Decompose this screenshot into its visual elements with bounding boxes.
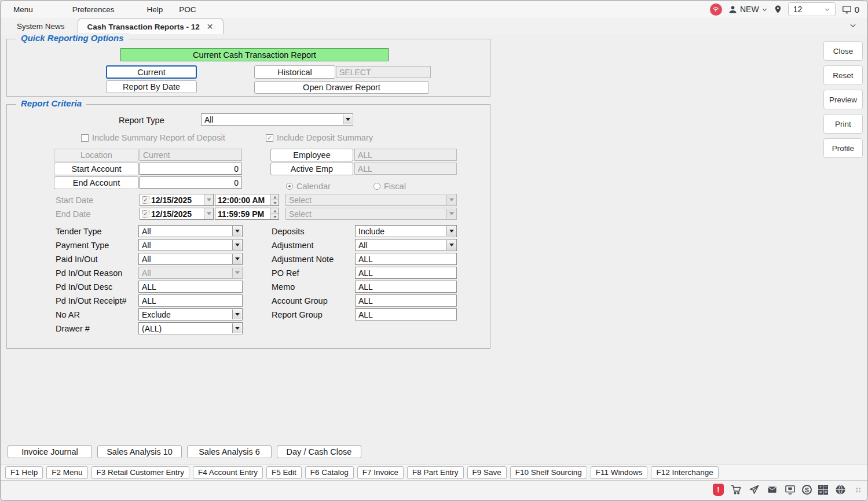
s-app-icon[interactable]: S (802, 485, 812, 495)
pd-in-out-receipt-field[interactable]: ALL (138, 294, 243, 307)
employee-button[interactable]: Employee (270, 149, 353, 161)
adjustment-note-field[interactable]: ALL (355, 253, 457, 265)
adjustment-select[interactable]: All (355, 239, 457, 251)
location-pin-icon[interactable] (774, 4, 782, 14)
f3-retail-customer-entry-button[interactable]: F3 Retail Customer Entry (91, 466, 190, 479)
paid-in-out-select[interactable]: All (138, 253, 243, 265)
tender-type-select[interactable]: All (138, 225, 243, 237)
report-by-date-button[interactable]: Report By Date (106, 80, 197, 93)
f8-part-entry-button[interactable]: F8 Part Entry (407, 466, 464, 479)
sales-analysis-10-button[interactable]: Sales Analysis 10 (97, 445, 182, 458)
display-counter[interactable]: 0 (841, 5, 859, 14)
globe-icon[interactable] (834, 484, 846, 496)
remote-desktop-icon[interactable] (784, 484, 796, 496)
offline-status-icon[interactable] (710, 3, 722, 16)
topbar-right-cluster: NEW 12 0 (710, 1, 859, 18)
chevron-down-icon (232, 323, 241, 333)
deposits-value: Include (358, 227, 384, 236)
report-type-select[interactable]: All (201, 113, 353, 126)
calendar-radio[interactable]: Calendar (286, 182, 331, 191)
end-date-value: 12/15/2025 (151, 209, 204, 219)
tab-cash-transaction-reports[interactable]: Cash Transaction Reports - 12 ✕ (78, 19, 224, 34)
invoice-journal-button[interactable]: Invoice Journal (8, 445, 92, 458)
resize-grip[interactable] (856, 488, 862, 492)
station-select[interactable]: 12 (788, 2, 836, 16)
report-mode-banner: Current Cash Transaction Report (120, 48, 389, 61)
f11-windows-button[interactable]: F11 Windows (591, 466, 648, 479)
checkbox-checked-icon: ✓ (142, 196, 149, 204)
menu-item-help[interactable]: Help (139, 5, 171, 14)
end-account-field[interactable]: 0 (140, 176, 242, 189)
start-date-picker[interactable]: ✓ 12/15/2025 (140, 194, 214, 206)
employee-field: ALL (354, 149, 457, 161)
menu-bar: Menu Preferences Help POC NEW (1, 1, 867, 18)
menu-item-menu[interactable]: Menu (1, 5, 41, 14)
time-spinner[interactable] (270, 194, 279, 205)
open-drawer-report-button[interactable]: Open Drawer Report (254, 81, 429, 94)
print-button[interactable]: Print (823, 114, 863, 134)
menu-item-preferences[interactable]: Preferences (64, 5, 123, 14)
end-date-picker[interactable]: ✓ 12/15/2025 (140, 208, 214, 220)
send-icon[interactable] (748, 484, 760, 496)
pd-in-out-reason-value: All (142, 268, 151, 278)
end-account-button[interactable]: End Account (54, 176, 139, 189)
memo-field[interactable]: ALL (355, 281, 457, 293)
payment-type-select[interactable]: All (138, 239, 243, 251)
f9-save-button[interactable]: F9 Save (467, 466, 507, 479)
sales-analysis-6-button[interactable]: Sales Analysis 6 (187, 445, 272, 458)
close-icon[interactable]: ✕ (207, 22, 214, 31)
time-spinner[interactable] (270, 208, 279, 219)
cart-icon[interactable] (730, 484, 742, 496)
display-count-value: 0 (855, 5, 859, 14)
end-time-value: 11:59:59 PM (215, 209, 270, 219)
start-account-field[interactable]: 0 (140, 163, 242, 175)
station-value: 12 (793, 5, 803, 14)
po-ref-field[interactable]: ALL (355, 267, 457, 279)
f12-interchange-button[interactable]: F12 Interchange (651, 466, 718, 479)
current-button[interactable]: Current (106, 65, 197, 79)
f2-menu-button[interactable]: F2 Menu (46, 466, 87, 479)
report-group-field[interactable]: ALL (355, 308, 457, 321)
chevron-down-icon (824, 6, 830, 13)
user-menu[interactable]: NEW (728, 5, 768, 14)
calculator-icon[interactable]: +−×= (818, 485, 828, 495)
mail-icon[interactable] (766, 484, 778, 496)
tab-overflow-chevron-icon[interactable] (849, 21, 857, 30)
no-ar-select[interactable]: Exclude (138, 308, 243, 321)
chevron-down-icon (446, 209, 456, 219)
f10-shelf-sourcing-button[interactable]: F10 Shelf Sourcing (510, 466, 587, 479)
radio-unselected-icon (373, 183, 380, 190)
close-button[interactable]: Close (823, 41, 863, 61)
chevron-down-icon (232, 310, 241, 319)
account-group-field[interactable]: ALL (355, 294, 457, 307)
day-cash-close-button[interactable]: Day / Cash Close (277, 445, 361, 458)
f4-account-entry-button[interactable]: F4 Account Entry (193, 466, 263, 479)
end-time-field[interactable]: 11:59:59 PM (215, 208, 279, 220)
fiscal-radio[interactable]: Fiscal (373, 182, 406, 191)
f1-help-button[interactable]: F1 Help (5, 466, 43, 479)
chevron-down-icon (204, 208, 213, 219)
no-ar-value: Exclude (142, 310, 171, 319)
f7-invoice-button[interactable]: F7 Invoice (357, 466, 404, 479)
adjustment-value: All (358, 241, 368, 250)
f5-edit-button[interactable]: F5 Edit (266, 466, 302, 479)
f6-catalog-button[interactable]: F6 Catalog (305, 466, 354, 479)
pd-in-out-desc-field[interactable]: ALL (138, 281, 243, 293)
start-date-value: 12/15/2025 (151, 196, 204, 205)
tab-system-news[interactable]: System News (8, 19, 74, 34)
preview-button[interactable]: Preview (823, 90, 863, 109)
deposits-select[interactable]: Include (355, 225, 457, 237)
menu-item-poc[interactable]: POC (171, 5, 204, 14)
alert-icon[interactable]: ! (713, 484, 724, 496)
active-emp-button[interactable]: Active Emp (270, 163, 353, 175)
include-summary-checkbox[interactable]: Include Summary Report of Deposit (81, 133, 225, 142)
start-account-button[interactable]: Start Account (54, 163, 139, 175)
historical-button[interactable]: Historical (254, 65, 335, 79)
memo-label: Memo (272, 282, 295, 292)
drawer-number-select[interactable]: (ALL) (138, 322, 243, 334)
chevron-down-icon (232, 268, 241, 278)
reset-button[interactable]: Reset (823, 65, 863, 85)
include-deposit-checkbox[interactable]: ✓ Include Deposit Summary (266, 133, 373, 142)
profile-button[interactable]: Profile (823, 138, 863, 158)
start-time-field[interactable]: 12:00:00 AM (215, 194, 279, 206)
